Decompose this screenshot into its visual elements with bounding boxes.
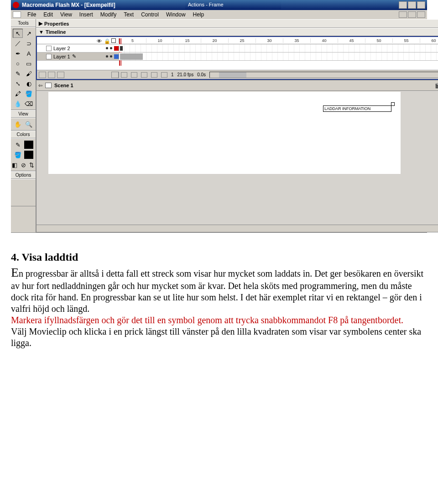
view-section-label: View — [11, 110, 36, 118]
stroke-color-icon[interactable]: ✎ — [13, 140, 23, 149]
options-section-label: Options — [11, 171, 36, 179]
pencil-icon: ✎ — [72, 53, 76, 59]
swap-colors-button[interactable]: ⇅ — [28, 160, 36, 169]
add-layer-button[interactable] — [39, 72, 46, 78]
onion-skin-outlines-button[interactable] — [141, 72, 147, 78]
stage-area[interactable]: LADDAR INFORMATION — [36, 91, 438, 232]
delete-layer-button[interactable] — [111, 72, 119, 78]
actions-panel-title[interactable]: Actions - Frame — [185, 0, 281, 9]
timeline-label: Timeline — [46, 29, 66, 35]
layer-name: Layer 1 — [53, 54, 70, 59]
keyframe-icon[interactable] — [120, 46, 123, 51]
edit-multiple-frames-button[interactable] — [151, 72, 157, 78]
article-body: 4. Visa laddtid En progressbar är alltså… — [11, 251, 427, 349]
lasso-tool[interactable]: ⊃ — [24, 39, 34, 48]
outline-color-swatch[interactable] — [114, 46, 119, 51]
timeline-panel: 👁 🔒 5 10 15 20 25 30 35 40 45 — [36, 36, 438, 80]
eraser-tool[interactable]: ⌫ — [24, 99, 34, 108]
layer-name: Layer 2 — [53, 46, 70, 51]
article-paragraph-1: En progressbar är alltså i detta fall et… — [11, 264, 427, 315]
scene-name[interactable]: Scene 1 — [54, 83, 73, 88]
menu-view[interactable]: View — [57, 11, 76, 18]
fill-color-icon[interactable]: 🪣 — [13, 150, 23, 159]
layer-track[interactable] — [119, 44, 438, 52]
stroke-color-swatch[interactable] — [24, 140, 34, 149]
menu-help[interactable]: Help — [189, 11, 208, 18]
menu-text[interactable]: Text — [120, 11, 137, 18]
eyedropper-tool[interactable]: 💧 — [13, 99, 23, 108]
line-tool[interactable]: ／ — [13, 39, 23, 48]
text-tool[interactable]: A — [24, 49, 34, 58]
outline-icon[interactable] — [111, 38, 116, 43]
fill-color-swatch[interactable] — [24, 150, 34, 159]
menu-window[interactable]: Window — [162, 11, 189, 18]
brush-tool[interactable]: 🖌 — [24, 69, 34, 78]
document-icon — [13, 11, 21, 18]
ruler-tick: 30 — [256, 38, 283, 43]
layer-icon — [46, 54, 52, 59]
modify-onion-markers-button[interactable] — [161, 72, 167, 78]
pen-tool[interactable]: ✒ — [13, 49, 23, 58]
article-paragraph-2: Markera ifyllnadsfärgen och gör det till… — [11, 315, 427, 326]
properties-label: Properties — [44, 21, 69, 26]
ink-bottle-tool[interactable]: 🖍 — [13, 89, 23, 98]
add-folder-button[interactable] — [57, 72, 64, 78]
fill-transform-tool[interactable]: ◐ — [24, 79, 34, 88]
subselect-tool[interactable]: ↗ — [24, 29, 34, 38]
frame-span[interactable] — [120, 53, 143, 60]
menu-edit[interactable]: Edit — [40, 11, 57, 18]
arrow-tool[interactable]: ↖ — [13, 29, 23, 38]
ruler-tick: 10 — [146, 38, 174, 43]
timeline-panel-header[interactable]: ▼Timeline — [36, 28, 438, 36]
default-colors-button[interactable]: ◧ — [11, 160, 19, 169]
visibility-dot[interactable] — [106, 47, 108, 49]
lock-icon[interactable]: 🔒 — [104, 38, 109, 43]
app-title: Macromedia Flash MX - [Exempelfil] — [22, 2, 115, 8]
center-frame-button[interactable] — [121, 72, 127, 78]
doc-restore-button[interactable] — [408, 11, 416, 18]
oval-tool[interactable]: ○ — [13, 59, 23, 68]
menu-insert[interactable]: Insert — [76, 11, 97, 18]
lock-dot[interactable] — [110, 55, 112, 58]
eye-icon[interactable]: 👁 — [97, 38, 101, 43]
maximize-button[interactable] — [408, 1, 416, 9]
layer-row[interactable]: Layer 1✎ — [37, 52, 438, 61]
resize-handle-icon[interactable] — [391, 102, 395, 106]
expand-icon: ▼ — [39, 29, 44, 35]
transform-tool[interactable]: ⤡ — [13, 79, 23, 88]
doc-close-button[interactable] — [417, 11, 425, 18]
horizontal-scrollbar[interactable] — [36, 225, 438, 232]
paint-bucket-tool[interactable]: 🪣 — [24, 89, 34, 98]
doc-minimize-button[interactable] — [399, 11, 407, 18]
zoom-tool[interactable]: 🔍 — [24, 120, 34, 129]
hand-tool[interactable]: ✋ — [13, 120, 23, 129]
visibility-dot[interactable] — [106, 55, 108, 58]
frame-rate: 21.0 fps — [177, 72, 194, 77]
close-button[interactable] — [417, 1, 425, 9]
menu-modify[interactable]: Modify — [97, 11, 120, 18]
back-arrow-icon[interactable]: ⇦ — [38, 83, 42, 89]
menu-file[interactable]: File — [24, 11, 40, 18]
edit-scene-button[interactable]: 🎬 — [435, 83, 438, 89]
loading-text-field[interactable]: LADDAR INFORMATION — [323, 105, 391, 112]
properties-panel-header[interactable]: ▶Properties — [36, 19, 438, 28]
layer-row[interactable]: Layer 2 — [37, 44, 438, 52]
add-guide-layer-button[interactable] — [48, 72, 55, 78]
pencil-tool[interactable]: ✎ — [13, 69, 23, 78]
ruler-tick: 50 — [365, 38, 393, 43]
ruler-tick: 45 — [338, 38, 365, 43]
outline-color-swatch[interactable] — [114, 54, 119, 59]
lock-dot[interactable] — [110, 47, 112, 49]
rect-tool[interactable]: ▭ — [24, 59, 34, 68]
timeline-scrollbar[interactable] — [209, 72, 438, 78]
tools-panel: Tools ↖↗ ／⊃ ✒A ○▭ ✎🖌 ⤡◐ 🖍🪣 💧⌫ View ✋🔍 Co… — [11, 19, 36, 232]
onion-skin-button[interactable] — [131, 72, 137, 78]
timeline-ruler[interactable]: 5 10 15 20 25 30 35 40 45 50 55 60 65 — [119, 38, 438, 43]
drop-cap: E — [11, 265, 19, 279]
nocolor-button[interactable]: ⊘ — [20, 160, 27, 169]
stage[interactable]: LADDAR INFORMATION — [48, 92, 401, 174]
minimize-button[interactable] — [399, 1, 407, 9]
menu-control[interactable]: Control — [137, 11, 162, 18]
layer-track[interactable] — [119, 52, 438, 60]
layer-icon — [46, 46, 52, 51]
